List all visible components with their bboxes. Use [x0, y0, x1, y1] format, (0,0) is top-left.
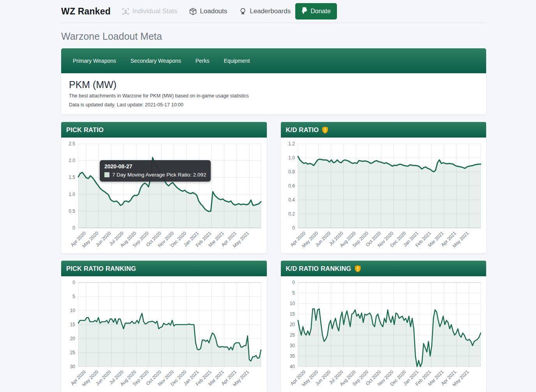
pick-ratio-chart-area[interactable]: 2.52.01.51.00.50Apr 2020May 2020Jun 2020… [61, 138, 267, 253]
tooltip-date: 2020-08-27 [104, 163, 206, 170]
pick-ratio-chart[interactable]: 2.52.01.51.00.50Apr 2020May 2020Jun 2020… [61, 138, 266, 253]
weapon-tabbar: Primary Weapons Secondary Weapons Perks … [61, 48, 486, 73]
svg-text:5: 5 [292, 290, 295, 296]
tab-equipment[interactable]: Equipment [224, 58, 250, 64]
site-header: WZ Ranked Individual Stats [61, 0, 486, 23]
kd-ratio-chart[interactable]: 1.21.00.80.60.40.20Apr 2020May 2020Jun 2… [281, 138, 486, 253]
svg-text:25: 25 [70, 350, 76, 355]
pick-ratio-header: PICK RATIO [61, 122, 267, 138]
main-nav: Individual Stats Loadouts [122, 7, 291, 16]
svg-text:15: 15 [289, 311, 295, 317]
loadouts-icon [189, 7, 197, 16]
tab-secondary-weapons[interactable]: Secondary Weapons [130, 58, 181, 64]
kd-ratio-ranking-chart-area[interactable]: 0510152025303540Apr 2020May 2020Jun 2020… [281, 276, 487, 392]
nav-item-label: Leaderboards [250, 7, 291, 15]
pick-ratio-ranking-header: PICK RATIO RANKING [61, 261, 267, 276]
weapon-meta-card: Primary Weapons Secondary Weapons Perks … [61, 48, 486, 115]
svg-text:0: 0 [292, 225, 295, 231]
svg-text:2.0: 2.0 [69, 158, 75, 163]
pick-ratio-ranking-chart-area[interactable]: 051015202530Apr 2020May 2020Jun 2020Jul … [61, 276, 267, 392]
pick-ratio-card: PICK RATIO 2.52.01.51.00.50Apr 2020May 2… [61, 122, 267, 253]
pick-ratio-ranking-card: PICK RATIO RANKING 051015202530Apr 2020M… [61, 261, 267, 392]
svg-text:2.5: 2.5 [69, 141, 75, 147]
kd-ratio-header: K/D RATIO [281, 122, 487, 138]
nav-item-loadouts[interactable]: Loadouts [189, 7, 227, 16]
tab-perks[interactable]: Perks [196, 58, 210, 64]
kd-ratio-ranking-header: K/D RATIO RANKING [281, 261, 487, 276]
chart-title: K/D RATIO RANKING [286, 265, 351, 272]
page-title: Warzone Loadout Meta [61, 31, 486, 42]
weapon-description: The best attachments in Warzone for PKM … [69, 93, 478, 99]
kd-ratio-ranking-card: K/D RATIO RANKING 0510152025303540Apr 20… [281, 261, 487, 392]
svg-text:0: 0 [72, 280, 75, 285]
svg-text:0.8: 0.8 [288, 169, 295, 175]
paypal-icon [302, 7, 307, 16]
svg-text:0: 0 [292, 280, 295, 285]
svg-text:1.0: 1.0 [69, 192, 75, 197]
pick-ratio-ranking-chart[interactable]: 051015202530Apr 2020May 2020Jun 2020Jul … [61, 276, 266, 392]
svg-text:0.6: 0.6 [288, 183, 295, 189]
weapon-title: PKM (MW) [69, 79, 478, 90]
leaderboards-icon [239, 7, 247, 16]
nav-item-leaderboards[interactable]: Leaderboards [239, 7, 291, 16]
kd-ratio-chart-area[interactable]: 1.21.00.80.60.40.20Apr 2020May 2020Jun 2… [281, 138, 487, 253]
charts-grid: PICK RATIO 2.52.01.51.00.50Apr 2020May 2… [61, 122, 486, 392]
svg-text:0.2: 0.2 [288, 211, 295, 217]
page-container: WZ Ranked Individual Stats [61, 0, 486, 392]
tooltip-swatch [104, 172, 109, 177]
tab-primary-weapons[interactable]: Primary Weapons [73, 58, 116, 64]
svg-text:30: 30 [289, 343, 295, 348]
warning-shield-icon [322, 126, 328, 134]
svg-text:1.2: 1.2 [288, 141, 295, 147]
svg-text:30: 30 [70, 364, 76, 369]
nav-item-label: Loadouts [200, 7, 227, 15]
svg-text:20: 20 [289, 322, 295, 327]
svg-text:20: 20 [70, 336, 76, 341]
brand-title: WZ Ranked [61, 6, 111, 17]
svg-text:25: 25 [289, 332, 295, 338]
nav-item-label: Individual Stats [132, 7, 177, 15]
weapon-update-info: Data is updated daily. Last update: 2021… [69, 102, 478, 108]
svg-text:1.0: 1.0 [288, 155, 295, 161]
donate-button[interactable]: Donate [295, 3, 337, 19]
nav-item-individual-stats[interactable]: Individual Stats [122, 7, 177, 16]
svg-text:35: 35 [289, 353, 295, 359]
kd-ratio-card: K/D RATIO 1.21.00.80.60.40.20Apr 2020May… [281, 122, 487, 253]
svg-text:10: 10 [289, 301, 295, 306]
chart-title: PICK RATIO [66, 126, 104, 134]
svg-text:0.5: 0.5 [69, 208, 75, 214]
svg-text:0.4: 0.4 [288, 197, 295, 203]
warning-shield-icon [354, 265, 361, 272]
svg-text:0: 0 [72, 225, 75, 231]
chart-title: K/D RATIO [286, 126, 319, 134]
svg-text:40: 40 [289, 364, 295, 369]
individual-stats-icon [122, 7, 130, 16]
svg-text:1.5: 1.5 [69, 175, 75, 180]
svg-text:15: 15 [70, 322, 76, 327]
chart-title: PICK RATIO RANKING [66, 265, 136, 272]
svg-text:5: 5 [72, 294, 75, 299]
kd-ratio-ranking-chart[interactable]: 0510152025303540Apr 2020May 2020Jun 2020… [281, 276, 486, 392]
tooltip-label: 7 Day Moving Average Pick Ratio: 2.092 [112, 172, 206, 178]
svg-text:10: 10 [70, 308, 76, 313]
chart-tooltip: 2020-08-27 7 Day Moving Average Pick Rat… [100, 160, 211, 182]
donate-label: Donate [310, 8, 331, 15]
